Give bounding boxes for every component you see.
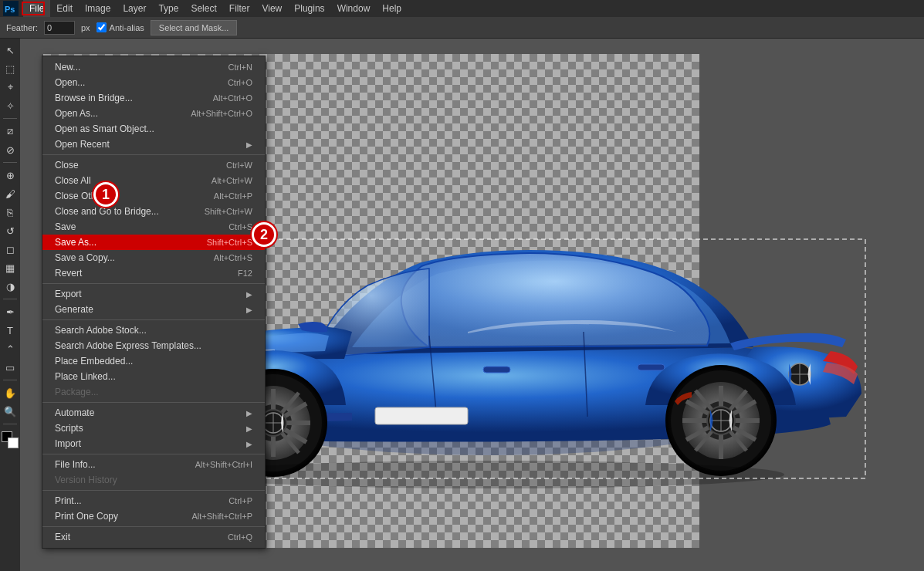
menu-save[interactable]: Save Ctrl+S [42, 219, 265, 235]
menu-save-label: Save [55, 221, 213, 232]
menu-edit[interactable]: Edit [50, 0, 79, 17]
shape-tool[interactable]: ▭ [2, 359, 19, 376]
eraser-tool[interactable]: ◻ [2, 241, 19, 258]
menu-close-all-label: Close All [55, 175, 196, 186]
menu-browse-bridge-label: Browse in Bridge... [55, 93, 198, 103]
background-color[interactable] [8, 438, 19, 448]
menu-new[interactable]: New... Ctrl+N [42, 59, 265, 75]
menu-type[interactable]: Type [152, 0, 184, 17]
menu-close-others[interactable]: Close Others Alt+Ctrl+P [42, 188, 265, 204]
svg-rect-15 [638, 364, 665, 370]
menu-open[interactable]: Open... Ctrl+O [42, 75, 265, 90]
tool-separator-2 [3, 162, 17, 163]
dodge-tool[interactable]: ◑ [2, 278, 19, 295]
menu-open-smart[interactable]: Open as Smart Object... [42, 121, 265, 137]
hand-tool[interactable]: ✋ [2, 384, 19, 401]
menu-print[interactable]: Print... Ctrl+P [42, 493, 265, 508]
tool-separator-1 [3, 118, 17, 119]
menu-import[interactable]: Import ▶ [42, 436, 265, 451]
menu-search-stock[interactable]: Search Adobe Stock... [42, 323, 265, 338]
menu-close-all-shortcut: Alt+Ctrl+W [212, 176, 252, 185]
menu-print-one[interactable]: Print One Copy Alt+Shift+Ctrl+P [42, 508, 265, 524]
menu-open-as-shortcut: Alt+Shift+Ctrl+O [191, 109, 252, 118]
menu-select[interactable]: Select [184, 0, 222, 17]
magic-wand-tool[interactable]: ✧ [2, 97, 19, 114]
px-label: px [81, 23, 90, 32]
sep-7 [42, 526, 265, 527]
healing-tool[interactable]: ⊕ [2, 167, 19, 184]
menu-browse-bridge[interactable]: Browse in Bridge... Alt+Ctrl+O [42, 90, 265, 106]
menu-export[interactable]: Export ▶ [42, 286, 265, 302]
menu-save-as-label: Save As... [55, 237, 191, 248]
menu-browse-bridge-shortcut: Alt+Ctrl+O [213, 93, 252, 103]
move-tool[interactable]: ↖ [2, 42, 19, 59]
menu-image[interactable]: Image [79, 0, 117, 17]
menu-scripts[interactable]: Scripts ▶ [42, 421, 265, 436]
menu-file-info-shortcut: Alt+Shift+Ctrl+I [195, 460, 252, 469]
menu-save-as-shortcut: Shift+Ctrl+S [207, 238, 252, 247]
menu-window[interactable]: Window [331, 0, 377, 17]
menu-exit-shortcut: Ctrl+Q [228, 532, 252, 542]
menu-close-others-shortcut: Alt+Ctrl+P [214, 191, 252, 201]
crop-tool[interactable]: ⧄ [2, 123, 19, 140]
menu-plugins[interactable]: Plugins [288, 0, 330, 17]
sep-2 [42, 283, 265, 284]
brush-tool[interactable]: 🖌 [2, 185, 19, 202]
menu-save-copy[interactable]: Save a Copy... Alt+Ctrl+S [42, 250, 265, 265]
menu-close-all[interactable]: Close All Alt+Ctrl+W [42, 173, 265, 188]
menu-generate-arrow: ▶ [246, 306, 252, 314]
menu-file-info[interactable]: File Info... Alt+Shift+Ctrl+I [42, 457, 265, 472]
menu-filter[interactable]: Filter [223, 0, 256, 17]
select-and-mask-button[interactable]: Select and Mask... [151, 20, 238, 35]
clone-tool[interactable]: ⎘ [2, 204, 19, 221]
menu-close-bridge[interactable]: Close and Go to Bridge... Shift+Ctrl+W [42, 204, 265, 219]
left-toolbar: ↖ ⬚ ⌖ ✧ ⧄ ⊘ ⊕ 🖌 ⎘ ↺ ◻ ▦ ◑ ✒ T ⌃ ▭ ✋ 🔍 [0, 39, 20, 571]
menu-search-express[interactable]: Search Adobe Express Templates... [42, 338, 265, 353]
annotation-circle-1: 1 [93, 182, 118, 207]
menu-generate[interactable]: Generate ▶ [42, 302, 265, 317]
menu-revert[interactable]: Revert F12 [42, 265, 265, 281]
menu-open-as-label: Open As... [55, 108, 175, 119]
anti-alias-wrap: Anti-alias [96, 22, 144, 32]
path-tool[interactable]: ⌃ [2, 340, 19, 357]
menu-save-shortcut: Ctrl+S [228, 222, 252, 231]
menu-open-recent[interactable]: Open Recent ▶ [42, 137, 265, 152]
gradient-tool[interactable]: ▦ [2, 259, 19, 276]
text-tool[interactable]: T [2, 322, 19, 339]
menu-revert-label: Revert [55, 268, 222, 279]
pen-tool[interactable]: ✒ [2, 303, 19, 320]
menu-close-label: Close [55, 160, 211, 171]
sep-4 [42, 402, 265, 403]
feather-input[interactable] [44, 21, 75, 35]
menu-print-one-label: Print One Copy [55, 511, 176, 522]
eyedropper-tool[interactable]: ⊘ [2, 141, 19, 158]
sep-6 [42, 490, 265, 491]
menu-automate[interactable]: Automate ▶ [42, 405, 265, 421]
selection-tool[interactable]: ⬚ [2, 60, 19, 77]
anti-alias-checkbox[interactable] [96, 22, 107, 32]
svg-rect-14 [483, 367, 510, 373]
menu-open-as[interactable]: Open As... Alt+Shift+Ctrl+O [42, 106, 265, 121]
menu-place-embedded[interactable]: Place Embedded... [42, 353, 265, 369]
menu-package-label: Package... [55, 387, 252, 397]
menu-exit[interactable]: Exit Ctrl+Q [42, 529, 265, 545]
lasso-tool[interactable]: ⌖ [2, 79, 19, 96]
menu-layer[interactable]: Layer [117, 0, 152, 17]
menu-print-label: Print... [55, 495, 213, 506]
menu-close[interactable]: Close Ctrl+W [42, 157, 265, 173]
menu-place-linked[interactable]: Place Linked... [42, 369, 265, 384]
zoom-tool[interactable]: 🔍 [2, 403, 19, 420]
history-tool[interactable]: ↺ [2, 222, 19, 239]
file-menu-dropdown: New... Ctrl+N Open... Ctrl+O Browse in B… [42, 56, 266, 549]
menu-import-arrow: ▶ [246, 440, 252, 448]
anti-alias-label: Anti-alias [110, 23, 144, 32]
menu-help[interactable]: Help [376, 0, 408, 17]
menu-save-as[interactable]: Save As... Shift+Ctrl+S [42, 235, 265, 250]
menu-view[interactable]: View [256, 0, 288, 17]
menu-file[interactable]: File [23, 0, 50, 17]
annotation-2-label: 2 [260, 227, 268, 243]
color-swatches[interactable] [2, 431, 19, 448]
feather-label: Feather: [6, 23, 38, 32]
menu-automate-arrow: ▶ [246, 409, 252, 417]
menu-search-express-label: Search Adobe Express Templates... [55, 340, 252, 351]
